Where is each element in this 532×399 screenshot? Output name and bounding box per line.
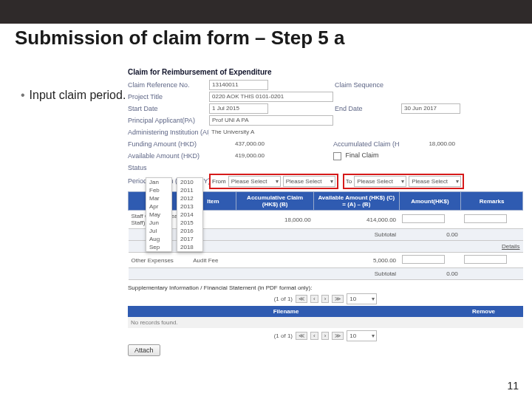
pager-prev-icon-b[interactable]: ‹	[310, 332, 318, 340]
label-ai: Administering Institution (AI)	[128, 129, 209, 136]
field-avail: 419,000.00	[209, 151, 267, 160]
attachments-heading: Supplementary Information / Financial St…	[128, 284, 523, 291]
final-claim-wrap: Final Claim	[333, 151, 379, 160]
dd-month-opt[interactable]: Feb	[146, 186, 171, 194]
field-ai: The University A	[209, 128, 332, 137]
cell-amt[interactable]	[399, 211, 461, 229]
dd-year-opt[interactable]: 2016	[177, 227, 202, 235]
field-project-title[interactable]: 0220 AOK THIS 0101-0201	[209, 92, 333, 102]
subtotal-row-2: Subtotal 0.00	[129, 268, 523, 280]
dd-month-opt[interactable]: Jul	[146, 227, 171, 235]
th-acc: Accumulative Claim (HK$) (B)	[236, 192, 314, 211]
pager-next-icon-b[interactable]: ›	[321, 332, 330, 340]
details-link[interactable]: Details	[502, 243, 519, 250]
dd-year-opt[interactable]: 2014	[177, 211, 202, 219]
field-start-date[interactable]: 1 Jul 2015	[209, 103, 268, 114]
cell-item-other: Audit Fee	[190, 253, 236, 268]
field-acc-claim: 18,000.00	[400, 140, 457, 149]
files-empty: No records found.	[128, 317, 523, 328]
from-month-select[interactable]: Please Select	[228, 176, 281, 187]
to-select-group: To Please Select Please Select	[343, 174, 464, 189]
subtotal-label-2: Subtotal	[129, 268, 400, 280]
dd-month-opt[interactable]: Jun	[146, 219, 171, 227]
slide-page-number: 11	[507, 380, 519, 392]
label-project-title: Project Title	[128, 93, 209, 100]
cell-amt-other[interactable]	[399, 253, 461, 268]
to-month-select[interactable]: Please Select	[354, 176, 406, 187]
th-remove: Remove	[444, 306, 523, 317]
field-claim-ref[interactable]: 13140011	[209, 80, 268, 90]
pager-first-icon-b[interactable]: ≪	[296, 332, 307, 340]
from-year-select[interactable]: Please Select	[283, 176, 335, 187]
table-row: Other Expenses Audit Fee 5,000.00	[129, 253, 523, 268]
pager-text-b: (1 of 1)	[274, 332, 293, 339]
files-table: Filename Remove No records found.	[128, 306, 523, 328]
month-dropdown[interactable]: Jan Feb Mar Apr May Jun Jul Aug Sep	[146, 177, 172, 252]
label-status: Status	[128, 164, 209, 171]
pager-bottom: (1 of 1) ≪ ‹ › ≫ 10	[128, 330, 523, 341]
dd-year-opt[interactable]: 2015	[177, 219, 202, 227]
th-amount: Amount(HK$)	[399, 192, 461, 211]
pager-next-icon[interactable]: ›	[321, 295, 330, 303]
dd-year-opt[interactable]: 2017	[177, 235, 202, 243]
th-remarks: Remarks	[461, 192, 523, 211]
label-final-claim: Final Claim	[346, 151, 379, 159]
field-end-date[interactable]: 30 Jun 2017	[401, 103, 460, 114]
from-select-group: From Please Select Please Select	[209, 174, 338, 189]
dd-month-opt[interactable]: Mar	[146, 194, 171, 202]
slide-title: Submission of claim form – Step 5 a	[15, 27, 517, 50]
pager-first-icon[interactable]: ≪	[296, 295, 307, 303]
pagesize-select-b[interactable]: 10	[347, 330, 377, 341]
final-claim-checkbox[interactable]	[333, 152, 341, 160]
pager-last-icon-b[interactable]: ≫	[332, 332, 344, 340]
dd-month-opt[interactable]: Sep	[146, 243, 171, 251]
subtotal-val-1: 0.00	[399, 229, 461, 241]
bullet-line: •Input claim period.	[21, 87, 126, 103]
dd-month-opt[interactable]: Aug	[146, 235, 171, 243]
label-claim-ref: Claim Reference No.	[128, 81, 209, 89]
label-avail: Available Amount (HKD)	[128, 152, 209, 160]
to-year-select[interactable]: Please Select	[409, 176, 461, 187]
pager-prev-icon[interactable]: ‹	[310, 295, 318, 303]
th-filename: Filename	[128, 306, 444, 317]
pager-top: (1 of 1) ≪ ‹ › ≫ 10	[128, 293, 523, 304]
label-end-date: End Date	[335, 105, 401, 112]
cell-avail-other: 5,000.00	[314, 253, 399, 268]
cell-acc: 18,000.00	[236, 211, 314, 229]
attach-button[interactable]: Attach	[128, 344, 160, 356]
field-funding: 437,000.00	[209, 140, 267, 149]
dd-year-opt[interactable]: 2013	[177, 202, 202, 211]
form-heading: Claim for Reimbursement of Expenditure	[128, 68, 523, 76]
field-pa[interactable]: Prof UNI A PA	[209, 115, 333, 126]
dd-month-opt[interactable]: Apr	[146, 202, 171, 211]
pager-text: (1 of 1)	[274, 296, 293, 302]
label-funding: Funding Amount (HKD)	[128, 140, 209, 148]
cell-acc-other	[236, 253, 314, 268]
label-pa: Principal Applicant(PA)	[128, 117, 209, 124]
subtotal-val-2: 0.00	[399, 268, 461, 280]
label-start-date: Start Date	[128, 105, 209, 112]
dd-month-opt[interactable]: May	[146, 211, 171, 219]
cell-cat-other: Other Expenses	[129, 253, 191, 268]
label-from: From	[212, 178, 226, 185]
label-to: To	[346, 178, 352, 185]
label-acc-claim: Accumulated Claim (HKD)	[333, 140, 400, 148]
bullet-text: Input claim period.	[30, 89, 126, 101]
cell-rem-other[interactable]	[461, 253, 523, 268]
open-dropdown: Jan Feb Mar Apr May Jun Jul Aug Sep 2010…	[146, 177, 203, 252]
year-dropdown[interactable]: 2010 2011 2012 2013 2014 2015 2016 2017 …	[177, 177, 203, 252]
pager-last-icon[interactable]: ≫	[332, 295, 344, 303]
pagesize-select[interactable]: 10	[347, 293, 377, 304]
dd-year-opt[interactable]: 2018	[177, 243, 202, 251]
top-strip	[0, 0, 532, 24]
cell-rem[interactable]	[461, 211, 523, 229]
th-avail: Available Amount (HK$) (C) = (A) – (B)	[314, 192, 399, 211]
dd-month-opt[interactable]: Jan	[146, 178, 171, 186]
dd-year-opt[interactable]: 2010	[177, 178, 202, 186]
dd-year-opt[interactable]: 2012	[177, 194, 202, 202]
cell-avail: 414,000.00	[314, 211, 399, 229]
dd-year-opt[interactable]: 2011	[177, 186, 202, 194]
label-claim-seq: Claim Sequence	[335, 81, 401, 89]
